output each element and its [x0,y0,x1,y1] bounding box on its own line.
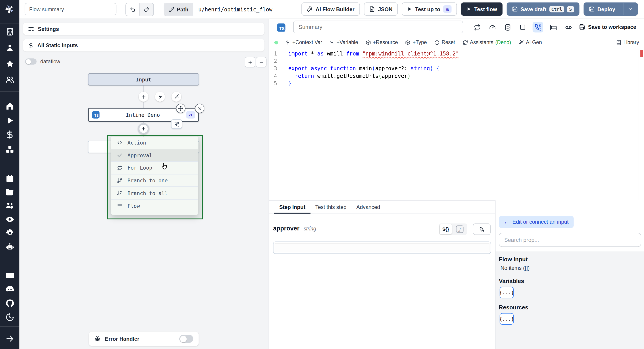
zoom-in-button[interactable] [245,57,255,68]
save-icon [512,6,518,12]
deploy-more-chevron[interactable] [623,3,637,15]
inline-deno-node[interactable]: TS Inline Deno a [88,108,199,122]
step-editor-panel: TS Save to workspace +Context Var +Varia… [268,19,644,349]
code-line-3[interactable]: 3export async function main(approver?: s… [269,65,644,73]
menu-item-flow[interactable]: Flow [111,200,198,212]
arg-type: string [304,226,316,232]
flow-input-heading: Flow Input [499,256,642,262]
menu-item-branch-to-one[interactable]: Branch to one [111,174,198,187]
add-type-button[interactable]: +Type [405,40,427,46]
add-context-var-button[interactable]: +Context Var [285,40,322,46]
resources-expand-button[interactable]: {...} [500,313,514,325]
step-summary-input[interactable] [293,21,463,33]
code-line-5[interactable]: 5} [269,80,644,87]
menu-item-approval[interactable]: Approval [111,149,198,162]
code-editor[interactable]: 1import * as wmill from "npm:windmill-cl… [269,48,644,200]
insert-below-plus-icon[interactable] [138,123,149,134]
connect-input-panel: ← Edit or connect an input Flow Input No… [495,200,644,349]
ai-flow-builder-button[interactable]: AI Flow Builder [302,3,360,16]
flow-canvas[interactable]: Settings All Static Inputs dataflow Inpu… [19,19,268,349]
cache-database-icon[interactable] [502,22,513,33]
error-handler-toggle[interactable] [179,335,194,343]
insert-step-plus-icon[interactable] [139,92,148,102]
audit-eye-icon[interactable] [5,215,14,224]
test-flow-button[interactable]: Test flow [461,3,502,16]
discord-icon[interactable] [5,285,14,294]
menu-item-for-loop[interactable]: For Loop [111,162,198,174]
tab-step-input[interactable]: Step Input [274,201,310,213]
add-variable-button[interactable]: +Variable [330,40,358,46]
resources-boxes-icon[interactable] [5,145,14,154]
path-field[interactable]: Path u/henri/optimistic_flow [164,3,314,16]
connect-input-plug-button[interactable] [473,223,490,235]
ai-robot-icon[interactable] [5,242,14,251]
zoom-out-button[interactable] [256,57,266,68]
deploy-button[interactable]: Deploy [584,3,638,16]
add-resource-button[interactable]: +Resource [366,40,398,46]
trigger-bolt-icon[interactable] [155,92,165,102]
fx-mode-toggle[interactable]: ƒ [453,224,466,234]
left-sidebar [0,0,19,349]
folders-icon[interactable] [5,188,14,197]
error-handler-row[interactable]: Error Handler [89,331,198,346]
library-button[interactable]: Library [616,40,639,46]
mock-voicemail-icon[interactable] [563,22,574,33]
edit-or-connect-button[interactable]: ← Edit or connect an input [499,216,574,228]
early-stop-square-icon[interactable] [518,22,528,33]
runs-play-icon[interactable] [5,116,14,125]
editor-scrollbar-track[interactable] [638,49,638,200]
code-line-2[interactable]: 2 [269,58,644,65]
settings-gear-icon[interactable] [5,228,14,237]
line-number: 4 [269,73,288,80]
ai-gen-button[interactable]: AI Gen [518,40,542,46]
template-mode-toggle[interactable]: ${} [440,224,452,234]
assistants-button[interactable]: Assistants (Deno) [462,40,511,46]
delete-node-icon[interactable] [195,104,204,113]
groups-icon[interactable] [5,75,14,84]
dark-mode-moon-icon[interactable] [5,313,14,322]
undo-button[interactable] [126,3,140,16]
branch-icon [117,178,122,183]
user-icon[interactable] [5,43,14,52]
github-icon[interactable] [5,299,14,308]
search-prop-input[interactable] [499,233,641,247]
step-node-title: Inline Deno [100,112,186,118]
tab-advanced[interactable]: Advanced [351,201,385,213]
ai-wand-icon[interactable] [172,92,181,102]
arg-value-input[interactable] [273,242,491,254]
variables-expand-button[interactable]: {...} [500,287,514,298]
path-value[interactable]: u/henri/optimistic_flow [194,3,314,16]
suspend-approval-phone-icon[interactable] [533,22,544,33]
tab-test-this-step[interactable]: Test this step [310,201,352,213]
windmill-logo-icon[interactable] [3,3,16,16]
timeout-gauge-icon[interactable] [487,22,498,33]
dataflow-toggle[interactable] [25,58,36,65]
workspace-icon[interactable] [5,27,14,36]
save-draft-button[interactable]: Save draft CtrlS [506,3,580,16]
input-node[interactable]: Input [88,73,199,86]
menu-item-label: Action [128,140,146,146]
json-button[interactable]: JSON [364,3,398,16]
test-up-to-button[interactable]: Test up to a [402,3,457,16]
groups-admin-icon[interactable] [5,201,14,210]
docs-book-icon[interactable] [5,271,14,280]
redo-button[interactable] [139,3,154,16]
move-node-icon[interactable] [176,104,185,113]
retries-repeat-icon[interactable] [472,22,482,33]
variables-dollar-icon[interactable] [5,130,14,139]
star-icon[interactable] [5,59,14,68]
expand-sidebar-arrow-icon[interactable] [5,334,14,343]
reset-button[interactable]: Reset [434,40,455,46]
code-line-4[interactable]: 4 return wmill.getResumeUrls(approver) [269,73,644,80]
sleep-bed-icon[interactable] [548,22,558,33]
menu-item-action[interactable]: Action [111,137,198,149]
all-static-inputs-row[interactable]: All Static Inputs [23,39,264,52]
flow-summary-input[interactable] [24,3,116,15]
home-icon[interactable] [5,102,14,111]
flow-settings-row[interactable]: Settings [23,23,264,35]
step-input-pane: approver string ${} ƒ [269,214,495,349]
schedules-calendar-icon[interactable] [5,174,14,183]
code-line-1[interactable]: 1import * as wmill from "npm:windmill-cl… [269,50,644,58]
menu-item-branch-to-all[interactable]: Branch to all [111,187,198,200]
save-to-workspace-button[interactable]: Save to workspace [579,24,636,30]
